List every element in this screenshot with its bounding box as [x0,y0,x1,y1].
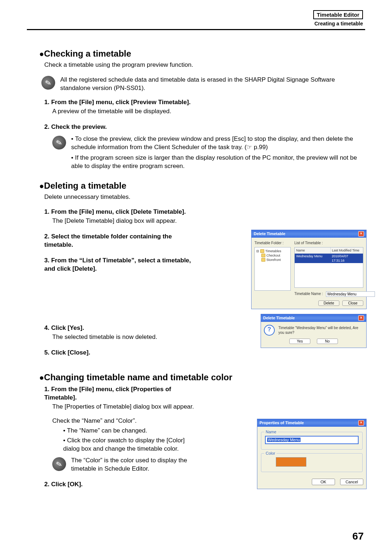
check-name-color: Check the “Name” and “Color”. [52,417,136,424]
dialog-title: Delete Timetable [254,231,285,237]
color-tip-text: The “Color” is the color used to display… [71,456,203,473]
question-icon: ? [264,325,275,336]
list-row-selected[interactable]: Wednesday Menu 2010/04/07 17:31:16 [295,254,363,263]
name-group: Name Wednesday Menu [261,432,363,450]
pencil-note-icon [40,75,56,91]
sub-bullets: The “Name” can be changed. Click the col… [63,427,203,453]
tree-label: Timetable Folder : [254,241,291,246]
inner-tip-item: • If the program screen size is larger t… [71,154,363,171]
step-title: Check the preview. [51,123,107,130]
checking-steps: From the [File] menu, click [Preview Tim… [39,98,363,173]
column-time: Last Modified Time [331,247,363,253]
ok-button[interactable]: OK [312,479,335,485]
name-legend: Name [264,429,278,435]
tree-item[interactable]: Storefront [266,258,281,262]
pencil-note-icon [51,134,67,151]
pencil-note-icon [51,456,67,472]
step-4: Click [Yes]. The selected timetable is n… [44,324,195,341]
inner-tip: • To close the preview, click the previe… [52,135,363,173]
folder-tree[interactable]: ⊟Timetables Checkout Storefront [254,247,291,291]
inner-tip-text: If the program screen size is larger tha… [71,154,357,169]
header-subtitle: Creating a timetable [313,21,363,26]
confirm-delete-dialog: Delete Timetable × ? Timetable “Wednesda… [261,314,367,348]
step-title: From the “List of Timetable”, select a t… [44,257,191,272]
heading-text: Checking a timetable [44,49,131,58]
step-2: Click [OK]. [44,480,203,489]
step-2: Check the preview. • To close the previe… [44,123,363,173]
step-5: Click [Close]. [44,349,195,357]
column-name: Name [295,247,331,253]
dialog-titlebar: Delete Timetable × [261,314,366,322]
step-body: The [Properties of Timetable] dialog box… [52,403,203,411]
row-name: Wednesday Menu [295,254,330,263]
heading-text: Deleting a timetable [44,181,126,191]
close-icon[interactable]: × [358,231,364,237]
cancel-button[interactable]: Cancel [340,479,363,485]
step-1: From the [File] menu, click [Delete Time… [44,208,195,225]
color-tip: The “Color” is the color used to display… [52,456,203,473]
section-heading-deleting: ●Deleting a timetable [39,180,363,192]
heading-text: Changing timetable name and timetable co… [44,372,232,382]
step-title: Click [Close]. [51,349,90,356]
name-input[interactable]: Wednesday Menu [265,436,359,444]
tree-item[interactable]: Checkout [266,253,280,258]
horizontal-rule [27,29,365,30]
step-title: From the [File] menu, click [Preview Tim… [51,99,191,106]
dialog-title: Delete Timetable [263,315,295,321]
sub-bullet: Click the color swatch to display the [C… [63,437,203,453]
deleting-intro: Delete unnecessary timetables. [44,193,363,201]
color-legend: Color [264,451,277,456]
page-number: 67 [352,531,364,542]
color-group: Color [261,453,363,472]
step-body: The [Delete Timetable] dialog box will a… [52,217,195,225]
sub-bullet: The “Name” can be changed. [63,427,203,435]
step-title: Click [Yes]. [51,324,84,331]
step-body: The selected timetable is now deleted. [52,333,195,341]
tip-text: All the registered schedule data and tim… [60,76,363,93]
delete-button[interactable]: Delete [318,300,339,306]
dialog-titlebar: Properties of Timetable × [257,419,366,427]
timetable-list[interactable]: Name Last Modified Time Wednesday Menu 2… [294,247,363,288]
header-title: Timetable Editor [313,10,363,19]
confirm-message: Timetable “Wednesday Menu” will be delet… [278,325,363,335]
step-2: Select the timetable folder containing t… [44,233,195,249]
inner-tip-text: To close the preview, click the preview … [71,135,353,151]
section-heading-changing: ●Changing timetable name and timetable c… [39,372,363,383]
dialog-title: Properties of Timetable [260,420,304,426]
step-body: A preview of the timetable will be displ… [52,107,363,116]
name-value: Wednesday Menu [267,438,301,442]
changing-steps: From the [File] menu, click [Properties … [39,385,203,489]
dialog-titlebar: Delete Timetable × [252,230,366,238]
tip-row: All the registered schedule data and tim… [41,76,363,93]
list-label: List of Timetable : [294,241,363,246]
checking-intro: Check a timetable using the program prev… [44,61,363,69]
no-button[interactable]: No [317,339,338,344]
step-1: From the [File] menu, click [Preview Tim… [44,98,363,116]
yes-button[interactable]: Yes [289,339,310,344]
step-1: From the [File] menu, click [Properties … [44,385,203,473]
delete-timetable-dialog: Delete Timetable × Timetable Folder : ⊟T… [251,230,367,309]
page-header: Timetable Editor Creating a timetable [313,10,363,26]
step-title: Select the timetable folder containing t… [44,233,172,248]
color-swatch[interactable] [276,457,306,467]
step-title: Click [OK]. [51,481,83,488]
close-icon[interactable]: × [358,420,364,426]
timetable-name-input[interactable] [326,291,375,297]
step-3: From the “List of Timetable”, select a t… [44,257,195,273]
inner-tip-item: • To close the preview, click the previe… [71,135,363,152]
step-title: From the [File] menu, click [Properties … [44,386,171,401]
close-icon[interactable]: × [358,315,364,321]
deleting-steps: From the [File] menu, click [Delete Time… [39,208,195,357]
timetable-name-label: Timetable Name : [294,291,323,296]
section-heading-checking: ●Checking a timetable [39,48,363,60]
step-title: From the [File] menu, click [Delete Time… [51,208,186,215]
tree-root: Timetables [265,249,281,253]
properties-dialog: Properties of Timetable × Name Wednesday… [257,419,367,489]
inner-tip-list: • To close the preview, click the previe… [71,135,363,173]
close-button[interactable]: Close [342,300,363,306]
row-time: 2010/04/07 17:31:16 [330,254,363,263]
